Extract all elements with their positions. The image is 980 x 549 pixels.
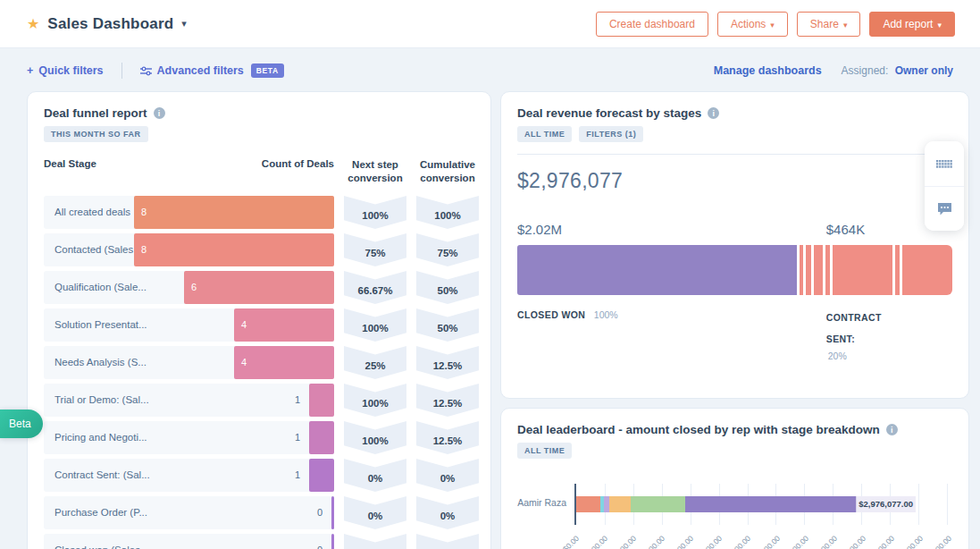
leaderboard-bar-segment-stage-5 [631,496,685,512]
page-title[interactable]: Sales Dashboard [47,15,173,33]
forecast-divider [517,154,952,155]
funnel-bar [309,421,334,454]
x-axis-labels: $0.00$250,000.00$500,000.00$750,000.00$1… [574,525,947,549]
next-step-conversion-cell: 100% [344,384,406,417]
forecast-bar-segment [902,245,952,295]
deal-funnel-report-card: Deal funnel report i THIS MONTH SO FAR D… [27,91,491,549]
deal-stage-label: Contract Sent: (Sal... [44,469,150,480]
info-icon[interactable]: i [708,107,719,119]
right-column: Deal revenue forecast by stages i ALL TI… [500,91,969,549]
funnel-bar [309,459,334,492]
next-step-conversion-cell: 0% [344,534,406,549]
cumulative-conversion-cell: 100% [416,196,479,229]
deal-count-value: 1 [295,432,300,443]
advanced-filters-button[interactable]: Advanced filters [140,64,244,77]
funnel-stage-cell: Closed won (Sales ...0 [44,534,334,549]
contract-sent-weight: 20% [828,350,903,364]
forecast-bar-segment [895,245,900,295]
create-dashboard-button[interactable]: Create dashboard [596,12,708,37]
filter-sliders-icon [140,66,152,76]
leaderboard-bar-segment-stage-4 [609,496,632,512]
actions-button-label: Actions [731,18,766,30]
page-header: ★ Sales Dashboard ▾ Create dashboard Act… [0,0,980,48]
funnel-stage-cell: Contacted (Sales ..8 [44,233,334,266]
forecast-stacked-bar [517,245,952,295]
funnel-bar [331,496,334,529]
funnel-stage-cell: Contract Sent: (Sal...1 [44,459,334,492]
data-grid-icon [936,160,952,168]
info-icon[interactable]: i [154,107,165,119]
next-step-conversion-cell: 25% [344,346,406,379]
quick-filters-button[interactable]: + Quick filters [27,64,104,77]
filter-toolbar: + Quick filters Advanced filters BETA Ma… [0,48,980,88]
funnel-row: Pricing and Negoti...1100%12.5% [44,421,474,454]
funnel-row: Closed won (Sales ...00%0% [44,534,474,549]
comment-bubble-icon [937,202,952,215]
funnel-time-range-badge[interactable]: THIS MONTH SO FAR [44,126,148,142]
funnel-stage-cell: All created deals8 [44,196,334,229]
cumulative-conversion-cell: 0% [416,534,479,549]
title-dropdown-caret-icon[interactable]: ▾ [181,18,187,30]
cumulative-conversion-cell: 12.5% [416,346,479,379]
funnel-row: Needs Analysis (S...425%12.5% [44,346,474,379]
closed-won-weight: 100% [594,309,618,320]
toolbar-divider [121,63,122,79]
column-header-count-of-deals: Count of Deals [262,158,334,169]
cumulative-conversion-cell: 0% [416,459,479,492]
deal-stage-label: Needs Analysis (S... [44,357,147,367]
next-step-conversion-cell: 0% [344,459,406,492]
share-button[interactable]: Share▾ [797,12,861,37]
forecast-bar-segment [806,245,810,295]
cumulative-conversion-cell: 12.5% [416,421,479,454]
contract-sent-legend: CONTRACT SENT: 20% [826,306,903,364]
column-header-deal-stage: Deal Stage [44,158,96,169]
rep-name-label: Aamir Raza [517,484,574,508]
funnel-bar: 4 [234,346,334,379]
deal-stage-label: All created deals [44,207,130,217]
deal-count-value: 4 [234,319,247,330]
info-icon[interactable]: i [886,424,898,435]
manage-dashboards-link[interactable]: Manage dashboards [714,64,822,77]
contract-sent-stage-label: CONTRACT SENT: [826,312,882,344]
gridline [947,484,948,525]
forecast-time-range-badge[interactable]: ALL TIME [517,126,572,142]
funnel-bar [331,534,334,549]
deal-count-value: 1 [295,469,300,480]
deal-count-value: 8 [134,244,147,255]
funnel-bar: 4 [234,308,334,342]
dashboard-grid: Deal funnel report i THIS MONTH SO FAR D… [0,88,980,549]
funnel-stage-cell: Trial or Demo: (Sal...1 [44,384,334,417]
funnel-stage-cell: Qualification (Sale...6 [44,271,334,304]
forecast-filters-badge[interactable]: FILTERS (1) [579,126,643,142]
leaderboard-time-range-badge[interactable]: ALL TIME [517,443,572,459]
quick-filters-label: Quick filters [38,64,103,77]
funnel-report-title: Deal funnel report [44,106,147,120]
beta-feedback-tab[interactable]: Beta [0,410,43,438]
deal-stage-label: Closed won (Sales ... [44,545,152,549]
assigned-owner-link[interactable]: Owner only [895,64,953,77]
closed-won-amount-label: $2.02M [517,222,562,237]
funnel-stage-cell: Purchase Order (P...0 [44,496,334,529]
deal-count-value: 1 [295,394,300,405]
chevron-down-icon: ▾ [937,21,942,30]
beta-badge: BETA [251,63,284,78]
forecast-bar-segment [800,245,803,295]
cumulative-conversion-cell: 50% [416,308,479,342]
floating-widget-panel [925,141,964,231]
add-report-button[interactable]: Add report▾ [869,12,955,37]
data-grid-widget-button[interactable] [925,141,964,186]
funnel-stage-cell: Needs Analysis (S...4 [44,346,334,379]
comments-widget-button[interactable] [925,186,964,231]
funnel-stage-cell: Pricing and Negoti...1 [44,421,334,454]
forecast-bar-segment [833,245,893,295]
add-report-button-label: Add report [883,18,933,30]
deal-stage-label: Pricing and Negoti... [44,432,147,443]
next-step-conversion-cell: 75% [344,233,406,266]
leaderboard-total-label: $2,976,077.00 [856,496,916,512]
leaderboard-chart: Aamir Raza $2,976,077.00 $0.00$250,000.0… [517,484,952,549]
actions-button[interactable]: Actions▾ [717,12,788,37]
favorite-star-icon[interactable]: ★ [27,17,39,31]
forecast-total-amount: $2,976,077 [517,169,952,193]
funnel-stage-cell: Solution Presentat...4 [44,308,334,342]
deal-count-value: 0 [317,507,322,518]
